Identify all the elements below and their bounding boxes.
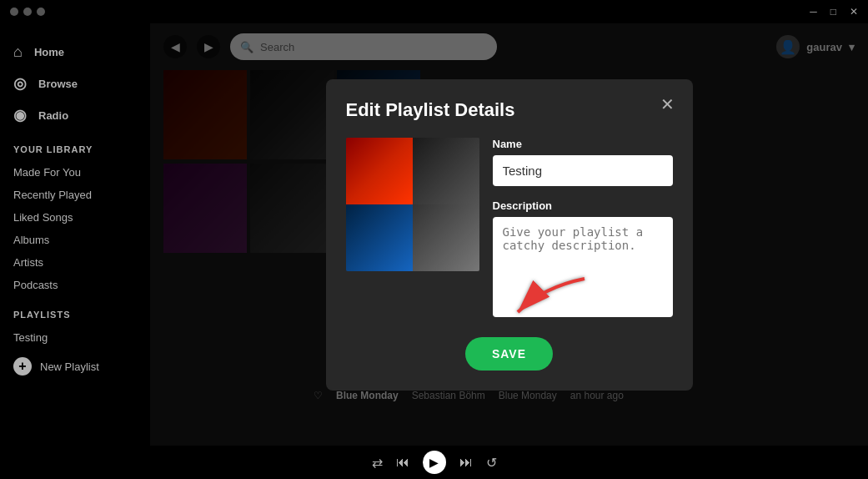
title-bar: ─ □ ✕	[0, 0, 868, 23]
sidebar-item-testing[interactable]: Testing	[0, 326, 150, 349]
modal-overlay: Edit Playlist Details ✕ Name Description	[150, 23, 868, 446]
sidebar-item-recently-played[interactable]: Recently Played	[0, 184, 150, 206]
play-button[interactable]: ▶	[423, 451, 446, 474]
modal-title: Edit Playlist Details	[346, 99, 673, 121]
sidebar-item-browse-label: Browse	[38, 78, 78, 90]
maximize-button[interactable]: □	[830, 6, 836, 18]
new-playlist-button[interactable]: + New Playlist	[0, 352, 150, 381]
library-label: YOUR LIBRARY	[0, 131, 150, 161]
plus-icon: +	[13, 357, 32, 376]
name-label: Name	[493, 138, 673, 150]
prev-button[interactable]: ⏮	[396, 455, 409, 470]
sidebar-item-radio-label: Radio	[38, 109, 68, 122]
dot-1	[10, 8, 18, 16]
sidebar-item-albums[interactable]: Albums	[0, 229, 150, 251]
close-button[interactable]: ✕	[850, 6, 858, 18]
img-cell-2	[413, 138, 479, 204]
save-button[interactable]: SAVE	[465, 337, 553, 371]
description-label: Description	[493, 199, 673, 212]
dot-2	[23, 8, 32, 16]
playlists-label: PLAYLISTS	[0, 296, 150, 326]
browse-icon: ◎	[13, 74, 27, 93]
shuffle-button[interactable]: ⇄	[372, 455, 383, 471]
radio-icon: ◉	[13, 106, 27, 124]
sidebar-item-artists[interactable]: Artists	[0, 251, 150, 274]
dot-3	[37, 8, 45, 16]
home-icon: ⌂	[13, 43, 23, 61]
sidebar: ⌂ Home ◎ Browse ◉ Radio YOUR LIBRARY Mad…	[0, 23, 150, 446]
next-button[interactable]: ⏭	[459, 455, 473, 470]
playlist-description-input[interactable]	[493, 217, 673, 317]
sidebar-item-home[interactable]: ⌂ Home	[0, 37, 150, 68]
new-playlist-label: New Playlist	[40, 361, 99, 373]
sidebar-item-home-label: Home	[34, 46, 64, 58]
sidebar-item-podcasts[interactable]: Podcasts	[0, 274, 150, 296]
edit-playlist-modal: Edit Playlist Details ✕ Name Description	[326, 79, 693, 391]
modal-body: Name Description	[346, 138, 673, 337]
modal-close-button[interactable]: ✕	[656, 93, 680, 116]
playlist-image-area[interactable]	[346, 138, 479, 271]
app-container: ⌂ Home ◎ Browse ◉ Radio YOUR LIBRARY Mad…	[0, 23, 868, 446]
minimize-button[interactable]: ─	[810, 6, 817, 18]
window-controls: ─ □ ✕	[810, 6, 858, 18]
repeat-button[interactable]: ↺	[486, 455, 497, 471]
main-content: ◀ ▶ 🔍 👤 gaurav ▾	[150, 23, 868, 446]
sidebar-item-made-for-you[interactable]: Made For You	[0, 161, 150, 184]
img-cell-4	[413, 204, 479, 271]
modal-fields: Name Description	[493, 138, 673, 337]
playlist-name-input[interactable]	[493, 155, 673, 186]
sidebar-item-browse[interactable]: ◎ Browse	[0, 68, 150, 99]
player-bar: ⇄ ⏮ ▶ ⏭ ↺	[0, 446, 868, 479]
sidebar-item-radio[interactable]: ◉ Radio	[0, 99, 150, 131]
window-dots	[10, 8, 45, 16]
img-cell-3	[346, 204, 413, 271]
play-icon: ▶	[429, 456, 439, 469]
sidebar-item-liked-songs[interactable]: Liked Songs	[0, 206, 150, 229]
img-cell-1	[346, 138, 413, 204]
